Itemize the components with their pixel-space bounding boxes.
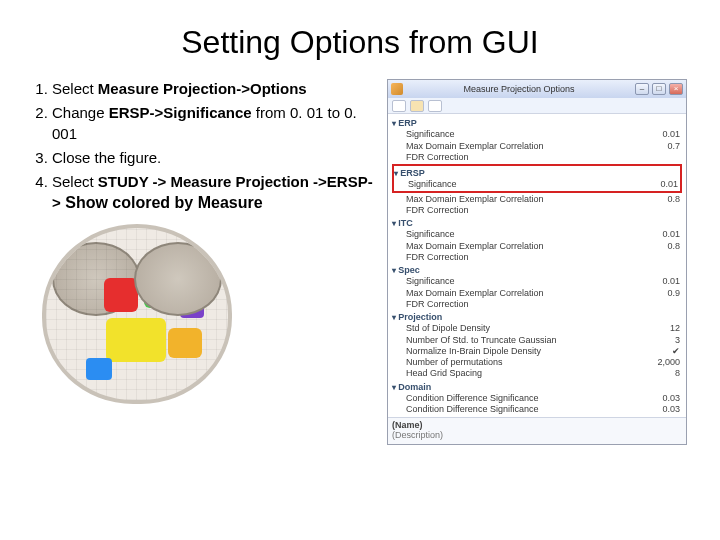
property-row[interactable]: Significance0.01 [392, 229, 682, 240]
property-value[interactable]: 0.03 [662, 393, 682, 404]
property-row[interactable]: Number of permutations2,000 [392, 357, 682, 368]
toolbar-button[interactable] [428, 100, 442, 112]
property-value[interactable]: ✔ [672, 346, 682, 357]
property-name: Significance [406, 129, 455, 140]
property-row[interactable]: Normalize In-Brain Dipole Density✔ [392, 346, 682, 357]
property-value[interactable]: 3 [675, 335, 682, 346]
footer-name: (Name) [392, 420, 682, 430]
toolbar-button[interactable] [392, 100, 406, 112]
property-row[interactable]: Significance0.01 [392, 276, 682, 287]
property-name: Std of Dipole Density [406, 323, 490, 334]
left-column: Select Measure Projection->Options Chang… [24, 79, 379, 445]
step-text: Change [52, 104, 109, 121]
property-value[interactable] [680, 205, 682, 216]
property-name: FDR Correction [406, 252, 469, 263]
step-2: Change ERSP->Significance from 0. 01 to … [52, 103, 379, 144]
steps-list: Select Measure Projection->Options Chang… [24, 79, 379, 214]
property-row[interactable]: Max Domain Exemplar Correlation0.9 [392, 288, 682, 299]
property-row[interactable]: FDR Correction [392, 299, 682, 310]
step-bold: ERSP->Significance [109, 104, 252, 121]
property-row[interactable]: Max Domain Exemplar Correlation0.7 [392, 141, 682, 152]
property-name: Number of permutations [406, 357, 503, 368]
property-value[interactable]: 0.01 [662, 129, 682, 140]
page-title: Setting Options from GUI [0, 24, 720, 61]
property-value[interactable]: 0.7 [667, 141, 682, 152]
property-value[interactable] [680, 299, 682, 310]
brain-domain-green [144, 276, 184, 308]
footer-description: (Description) [392, 430, 682, 440]
property-value[interactable]: 0.01 [660, 179, 680, 190]
property-value[interactable]: 0.9 [667, 288, 682, 299]
toolbar-button[interactable] [410, 100, 424, 112]
property-name: Max Domain Exemplar Correlation [406, 141, 544, 152]
property-row[interactable]: Std of Dipole Density12 [392, 323, 682, 334]
options-window: Measure Projection Options – □ × ERP Sig… [387, 79, 687, 445]
content-row: Select Measure Projection->Options Chang… [0, 79, 720, 445]
property-name: Normalize In-Brain Dipole Density [406, 346, 541, 357]
property-name: FDR Correction [406, 205, 469, 216]
property-name: Number Of Std. to Truncate Gaussian [406, 335, 557, 346]
property-row[interactable]: Head Grid Spacing8 [392, 368, 682, 379]
step-text: Close the figure. [52, 149, 161, 166]
brain-domain-purple [180, 298, 204, 318]
property-row[interactable]: Max Domain Exemplar Correlation0.8 [392, 194, 682, 205]
app-icon [391, 83, 403, 95]
property-value[interactable]: 0.8 [667, 241, 682, 252]
section-projection[interactable]: Projection [392, 312, 682, 323]
brain-domain-blue [86, 358, 112, 380]
property-value[interactable]: 0.8 [667, 194, 682, 205]
section-erp[interactable]: ERP [392, 118, 682, 129]
property-value[interactable]: 0.01 [662, 229, 682, 240]
property-row[interactable]: FDR Correction [392, 152, 682, 163]
property-name: Max Domain Exemplar Correlation [406, 241, 544, 252]
property-description-panel: (Name) (Description) [388, 417, 686, 444]
close-button[interactable]: × [669, 83, 683, 95]
property-name: Condition Difference Significance [406, 393, 538, 404]
property-tree: ERP Significance0.01 Max Domain Exemplar… [388, 114, 686, 417]
property-name: FDR Correction [406, 152, 469, 163]
property-row[interactable]: Condition Difference Significance0.03 [392, 393, 682, 404]
property-row[interactable]: Number Of Std. to Truncate Gaussian3 [392, 335, 682, 346]
property-value[interactable]: 0.03 [662, 404, 682, 415]
property-row-ersp-significance[interactable]: Significance0.01 [394, 179, 680, 190]
section-ersp[interactable]: ERSP [394, 168, 680, 179]
window-title: Measure Projection Options [406, 84, 632, 94]
brain-illustration [42, 224, 232, 404]
brain-domain-yellow [106, 318, 166, 362]
right-column: Measure Projection Options – □ × ERP Sig… [387, 79, 687, 445]
toolbar [388, 98, 686, 114]
property-name: Significance [406, 276, 455, 287]
step-3: Close the figure. [52, 148, 379, 168]
maximize-button[interactable]: □ [652, 83, 666, 95]
highlight-ersp: ERSP Significance0.01 [392, 164, 682, 193]
brain-domain-orange [168, 328, 202, 358]
property-value[interactable]: 2,000 [657, 357, 682, 368]
step-bold-large: Show colored by Measure [61, 194, 263, 211]
step-1: Select Measure Projection->Options [52, 79, 379, 99]
brain-domain-red [104, 278, 138, 312]
property-name: Significance [406, 229, 455, 240]
property-value[interactable] [680, 152, 682, 163]
property-row[interactable]: Max Domain Exemplar Correlation0.8 [392, 241, 682, 252]
property-name: Max Domain Exemplar Correlation [406, 194, 544, 205]
minimize-button[interactable]: – [635, 83, 649, 95]
property-row[interactable]: FDR Correction [392, 252, 682, 263]
section-spec[interactable]: Spec [392, 265, 682, 276]
property-name: Head Grid Spacing [406, 368, 482, 379]
section-domain[interactable]: Domain [392, 382, 682, 393]
property-row[interactable]: Condition Difference Significance0.03 [392, 404, 682, 415]
property-value[interactable]: 8 [675, 368, 682, 379]
step-text: Select [52, 173, 98, 190]
property-value[interactable]: 12 [670, 323, 682, 334]
property-row[interactable]: FDR Correction [392, 205, 682, 216]
step-bold: Measure Projection->Options [98, 80, 307, 97]
property-value[interactable]: 0.01 [662, 276, 682, 287]
window-titlebar[interactable]: Measure Projection Options – □ × [388, 80, 686, 98]
property-row[interactable]: Significance0.01 [392, 129, 682, 140]
property-name: Condition Difference Significance [406, 404, 538, 415]
property-name: Max Domain Exemplar Correlation [406, 288, 544, 299]
section-itc[interactable]: ITC [392, 218, 682, 229]
property-value[interactable] [680, 252, 682, 263]
property-name: Significance [408, 179, 457, 190]
step-text: Select [52, 80, 98, 97]
